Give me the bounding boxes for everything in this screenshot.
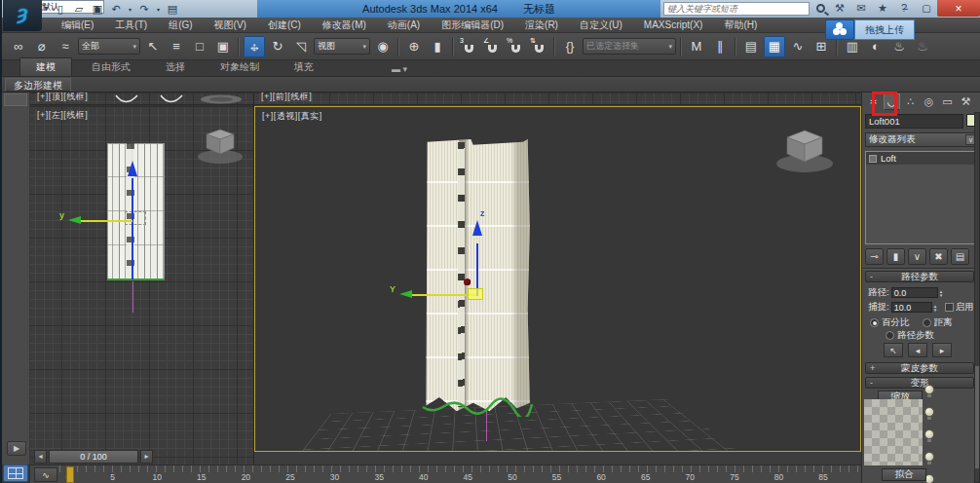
object-name-field[interactable]: Loft001 — [865, 114, 963, 129]
polygon-modeling-panel-button[interactable]: 多边形建模 — [5, 78, 71, 92]
redo-button[interactable]: ↷ — [136, 2, 152, 17]
select-by-name-button[interactable]: ≡ — [166, 36, 187, 57]
wrench-icon[interactable]: ⚒ — [833, 2, 847, 15]
distance-radio[interactable] — [923, 318, 931, 327]
bind-to-space-warp-button[interactable]: ≈ — [55, 36, 76, 57]
hierarchy-tab[interactable]: ∴ — [902, 93, 919, 110]
favorites-star-icon[interactable]: ★ — [876, 2, 889, 15]
pick-shape-button[interactable]: ↖ — [884, 343, 903, 357]
select-and-scale-button[interactable]: ◹ — [290, 36, 312, 57]
perspective-viewport-label[interactable]: [+][透视][真实] — [262, 110, 322, 123]
perspective-viewport[interactable]: [+][透视][真实] z Y — [254, 106, 861, 452]
undo-dropdown[interactable]: ▾ — [127, 2, 133, 17]
modifier-list-dropdown[interactable]: 修改器列表 ∨ — [865, 132, 980, 147]
toggle-ribbon-button[interactable]: ▦ — [764, 36, 785, 57]
stack-item-loft[interactable]: Loft — [866, 152, 979, 165]
menu-item-11[interactable]: 帮助(H) — [713, 18, 768, 33]
menu-item-9[interactable]: 自定义(U) — [569, 18, 633, 33]
snap-value-field[interactable]: 10.0 — [891, 302, 932, 313]
deformations-rollout-header[interactable]: - 变形 — [865, 377, 974, 389]
left-viewport-label[interactable]: [+][左][线框] — [37, 109, 88, 122]
set-project-folder-button[interactable]: ▤ — [165, 2, 180, 17]
redo-dropdown[interactable]: ▾ — [155, 2, 162, 17]
next-shape-button[interactable]: ▸ — [932, 343, 952, 357]
percentage-radio[interactable] — [870, 318, 879, 327]
ribbon-tab-selection[interactable]: 选择 — [150, 58, 201, 76]
search-icon[interactable] — [816, 4, 825, 13]
layer-explorer-button[interactable]: ▤ — [740, 36, 762, 57]
unlink-selection-button[interactable]: ⌀ — [31, 36, 53, 57]
new-scene-button[interactable]: ▯ — [53, 2, 68, 17]
top-viewport-label[interactable]: [+][顶][线框] — [37, 93, 88, 103]
lightbulb-icon[interactable] — [924, 429, 934, 439]
menu-item-4[interactable]: 创建(C) — [257, 18, 312, 33]
search-input[interactable] — [664, 4, 809, 14]
undo-button[interactable]: ↶ — [108, 2, 124, 17]
skin-parameters-rollout-header[interactable]: + 蒙皮参数 — [865, 362, 974, 374]
viewcube-ring-partial[interactable] — [198, 94, 245, 105]
gizmo-z-axis[interactable] — [132, 178, 133, 279]
angle-snap-button[interactable]: ∠ — [481, 36, 503, 57]
path-spline[interactable] — [132, 281, 133, 313]
menu-item-10[interactable]: MAXScript(X) — [633, 18, 714, 33]
menu-item-1[interactable]: 工具(T) — [104, 18, 158, 33]
app-menu-chevron-icon[interactable]: ▼ — [43, 5, 50, 12]
play-button[interactable]: ▶ — [7, 441, 26, 456]
mirror-button[interactable]: M — [686, 36, 707, 57]
top-viewport-sliver[interactable]: [+][顶][线框] — [30, 93, 253, 105]
gizmo-y-axis[interactable] — [411, 294, 476, 296]
ribbon-more-button[interactable]: ▬ ▾ — [392, 64, 407, 74]
communication-center-icon[interactable]: ✉ — [854, 2, 868, 15]
viewport-layout-button[interactable] — [3, 464, 28, 482]
configure-modifier-sets-button[interactable]: ▤ — [951, 248, 969, 265]
show-end-result-button[interactable]: ▮ — [886, 248, 905, 265]
ribbon-tab-freeform[interactable]: 自由形式 — [76, 58, 146, 76]
scrollbar-thumb[interactable] — [975, 366, 979, 468]
pin-stack-button[interactable]: ⊸ — [865, 248, 884, 265]
reference-coordinate-dropdown[interactable]: 视图▾ — [314, 38, 370, 55]
snap-toggle-button[interactable]: 3 — [458, 36, 479, 57]
menu-item-0[interactable]: 编辑(E) — [51, 18, 104, 33]
rectangular-selection-region-button[interactable]: □ — [189, 36, 210, 57]
menu-item-5[interactable]: 修改器(M) — [312, 18, 377, 33]
drag-upload-overlay[interactable]: 拖拽上传 — [825, 19, 915, 40]
align-button[interactable]: ∥ — [709, 36, 731, 57]
remove-modifier-button[interactable]: ✖ — [929, 248, 948, 265]
maximize-button[interactable]: ▢ — [916, 1, 937, 16]
left-viewport[interactable]: [+][左][线框] y — [30, 106, 253, 464]
path-steps-radio[interactable] — [886, 331, 894, 340]
select-and-move-button[interactable]: ↔↕ — [244, 36, 265, 57]
search-field[interactable] — [663, 2, 810, 16]
snap-spinner[interactable]: ▴▾ — [934, 304, 943, 312]
modifier-stack[interactable]: Loft — [865, 151, 980, 244]
path-spinner[interactable]: ▴▾ — [940, 289, 949, 297]
edit-named-selection-sets-button[interactable]: {} — [559, 36, 581, 57]
utilities-tab[interactable]: ⚒ — [958, 93, 974, 110]
panel-scrollbar[interactable] — [974, 112, 980, 483]
front-viewport-label[interactable]: [+][前][线框] — [261, 93, 312, 103]
display-tab[interactable]: ▭ — [939, 93, 956, 110]
percent-snap-button[interactable]: % — [505, 36, 526, 57]
front-viewport-sliver[interactable]: [+][前][线框] — [254, 93, 861, 105]
viewcube[interactable] — [770, 123, 840, 179]
enable-checkbox[interactable] — [945, 303, 954, 312]
menu-item-6[interactable]: 动画(A) — [377, 18, 431, 33]
track-bar[interactable]: ∿ 05101520253035404550556065707580859095… — [30, 464, 971, 483]
ribbon-tab-populate[interactable]: 填充 — [279, 58, 329, 76]
save-file-button[interactable]: ▣ — [90, 2, 105, 17]
time-slider-handle[interactable]: 0 / 100 — [49, 450, 138, 464]
previous-frame-button[interactable]: ◂ — [34, 450, 47, 464]
next-frame-button[interactable]: ▸ — [140, 450, 153, 464]
curve-editor-button[interactable]: ∿ — [787, 36, 809, 57]
select-object-button[interactable]: ↖ — [142, 36, 164, 57]
use-pivot-point-center-button[interactable]: ◉ — [372, 36, 394, 57]
lightbulb-icon[interactable] — [924, 385, 934, 394]
previous-shape-button[interactable]: ◂ — [908, 343, 927, 357]
named-selection-sets-dropdown[interactable]: 已选定选择集▾ — [583, 38, 676, 55]
menu-item-8[interactable]: 渲染(R) — [514, 18, 569, 33]
current-frame-marker[interactable] — [66, 466, 74, 483]
minimize-button[interactable]: – — [894, 1, 916, 16]
menu-item-3[interactable]: 视图(V) — [204, 18, 257, 33]
menu-item-2[interactable]: 组(G) — [158, 18, 203, 33]
gizmo-plane-handle[interactable] — [468, 288, 483, 300]
